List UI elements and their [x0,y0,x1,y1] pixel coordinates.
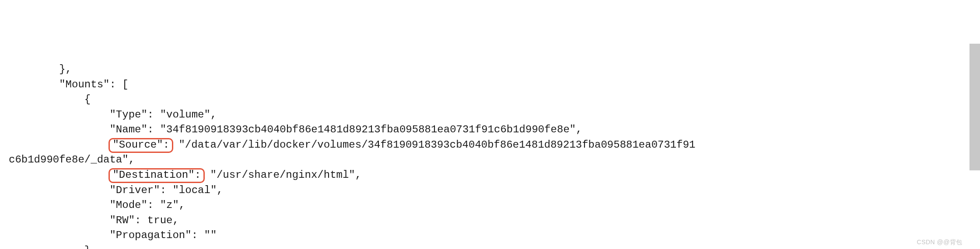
json-key-destination: "Destination": [112,169,201,181]
code-line: "RW": true, [9,214,179,226]
code-line: "Propagation": "" [9,229,217,241]
json-code-block: }, "Mounts": [ { "Type": "volume", "Name… [9,62,980,249]
scrollbar-thumb[interactable] [970,44,980,170]
json-key-source: "Source": [112,139,169,151]
code-indent [9,169,109,181]
code-line: "Type": "volume", [9,109,217,121]
json-value-source-wrap: c6b1d990fe8e/_data", [9,154,135,166]
code-line: }, [9,63,72,75]
code-line: } [9,245,91,249]
code-line: "Mode": "z", [9,199,185,211]
code-line: "Driver": "local", [9,184,223,196]
watermark-text: CSDN @@背包 [917,238,962,246]
code-line: "Mounts": [ [9,79,129,90]
code-line: "Name": "34f8190918393cb4040bf86e1481d89… [9,124,582,135]
highlight-source-key: "Source": [108,138,173,153]
code-line: { [9,93,91,105]
scrollbar-track[interactable] [970,0,980,249]
json-value-destination: "/usr/share/nginx/html", [204,169,361,181]
json-value-source: "/data/var/lib/docker/volumes/34f8190918… [172,139,695,151]
code-indent [9,139,109,151]
highlight-destination-key: "Destination": [108,168,205,183]
